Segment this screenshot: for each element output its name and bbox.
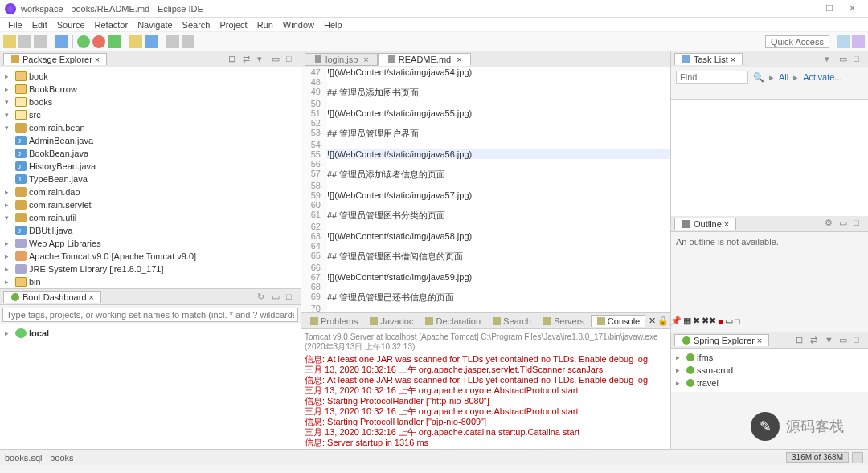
tree-node[interactable]: ▸BookBorrow	[3, 83, 297, 96]
console-output[interactable]: Tomcat v9.0 Server at localhost [Apache …	[301, 329, 670, 449]
console-lock-icon[interactable]: 🔒	[657, 316, 669, 326]
new-package-icon[interactable]	[129, 35, 142, 48]
menu-navigate[interactable]: Navigate	[133, 20, 177, 30]
view-menu-icon[interactable]: ▾	[257, 54, 268, 65]
editor-line[interactable]: 69## 管理员管理已还书信息的页面	[301, 292, 670, 304]
editor-line[interactable]: 50	[301, 99, 670, 108]
refresh-icon[interactable]: ↻	[257, 292, 268, 303]
tree-node[interactable]: ▾books	[3, 96, 297, 108]
tab-servers[interactable]: Servers	[538, 316, 589, 327]
tree-node[interactable]: ▸book	[3, 70, 297, 83]
tab-javadoc[interactable]: Javadoc	[364, 316, 418, 327]
editor-line[interactable]: 49## 管理员添加图书页面	[301, 87, 670, 99]
collapse-all-icon[interactable]: ⊟	[228, 54, 240, 65]
menu-window[interactable]: Window	[278, 20, 319, 30]
maximize-button[interactable]: ☐	[818, 2, 841, 16]
editor-line[interactable]: 47![](WebContent/static/img/java54.jpg)	[301, 67, 670, 77]
menu-refactor[interactable]: Refactor	[90, 20, 133, 30]
link-editor-icon[interactable]: ⇄	[243, 54, 254, 65]
editor-line[interactable]: 57## 管理员添加读者信息的页面	[301, 169, 670, 181]
filter-icon[interactable]: ▼	[825, 335, 836, 346]
collapse-all-icon[interactable]: ⊟	[796, 335, 807, 346]
maximize-view-icon[interactable]: □	[854, 218, 865, 229]
tab-console[interactable]: Console	[591, 315, 645, 327]
minimize-view-icon[interactable]: ▭	[272, 292, 283, 303]
editor-line[interactable]: 61## 管理员管理图书分类的页面	[301, 210, 670, 222]
toggle-icon[interactable]	[182, 35, 194, 48]
perspective-java-icon[interactable]	[837, 35, 850, 48]
close-tab-icon[interactable]: ×	[724, 219, 729, 229]
task-list-tab[interactable]: Task List ×	[674, 53, 743, 65]
boot-dashboard-search[interactable]	[2, 308, 298, 322]
tree-node[interactable]: ▸com.rain.dao	[3, 186, 297, 198]
spring-explorer-tab[interactable]: Spring Explorer ×	[674, 334, 769, 346]
save-icon[interactable]	[18, 35, 31, 48]
minimize-button[interactable]: —	[796, 2, 818, 16]
maximize-view-icon[interactable]: □	[854, 54, 865, 65]
quick-access[interactable]: Quick Access	[765, 35, 829, 48]
minimize-view-icon[interactable]: ▭	[839, 54, 850, 65]
editor-line[interactable]: 55![](WebContent/static/img/java56.jpg)	[301, 149, 670, 159]
editor-tab[interactable]: README.md×	[378, 53, 471, 66]
editor-line[interactable]: 48	[301, 77, 670, 87]
editor-line[interactable]: 60	[301, 200, 670, 210]
new-icon[interactable]	[3, 35, 16, 48]
tree-node[interactable]: ▸Apache Tomcat v9.0 [Apache Tomcat v9.0]	[3, 250, 297, 263]
boot-dashboard-tab[interactable]: Boot Dashboard ×	[3, 291, 101, 303]
spring-explorer-tree[interactable]: ▸ifms▸ssm-crud▸travel	[671, 349, 868, 392]
tree-node[interactable]: TypeBean.java	[3, 173, 297, 186]
editor-line[interactable]: 65## 管理员管理图书借阅信息的页面	[301, 251, 670, 263]
close-tab-icon[interactable]: ×	[363, 55, 368, 64]
tree-node[interactable]: AdminBean.java	[3, 134, 297, 147]
task-all-link[interactable]: All	[779, 72, 788, 82]
editor-line[interactable]: 66	[301, 263, 670, 272]
tree-node[interactable]: ▸bin	[3, 275, 297, 288]
tree-node[interactable]: ▸JRE System Library [jre1.8.0_171]	[3, 263, 297, 275]
editor-area[interactable]: 47![](WebContent/static/img/java54.jpg)4…	[301, 67, 670, 312]
package-explorer-tab[interactable]: Package Explorer ×	[3, 53, 107, 65]
menu-source[interactable]: Source	[52, 20, 90, 30]
stop-icon[interactable]	[92, 35, 105, 48]
minimize-view-icon[interactable]: ▭	[839, 335, 850, 346]
editor-line[interactable]: 63![](WebContent/static/img/java58.jpg)	[301, 231, 670, 241]
editor-line[interactable]: 52	[301, 118, 670, 128]
save-all-icon[interactable]	[34, 35, 47, 48]
minimize-view-icon[interactable]: ▭	[839, 218, 850, 229]
close-tab-icon[interactable]: ×	[731, 55, 735, 64]
gc-icon[interactable]	[852, 452, 863, 463]
boot-dashboard-tree[interactable]: ▸ local	[0, 324, 301, 449]
tree-node[interactable]: ▾com.rain.util	[3, 211, 297, 224]
search-icon[interactable]	[166, 35, 179, 48]
new-class-icon[interactable]	[145, 35, 158, 48]
editor-line[interactable]: 70	[301, 304, 670, 312]
close-tab-icon[interactable]: ×	[89, 292, 94, 302]
maximize-view-icon[interactable]: □	[286, 292, 297, 303]
debug-icon[interactable]	[108, 35, 121, 48]
perspective-debug-icon[interactable]	[852, 35, 865, 48]
menu-run[interactable]: Run	[252, 20, 278, 30]
editor-line[interactable]: 62	[301, 222, 670, 231]
task-find-input[interactable]	[676, 71, 748, 84]
editor-line[interactable]: 59![](WebContent/static/img/java57.jpg)	[301, 190, 670, 200]
maximize-view-icon[interactable]: □	[286, 54, 297, 65]
tree-node[interactable]: ▸Web App Libraries	[3, 237, 297, 250]
editor-line[interactable]: 56	[301, 159, 670, 169]
editor-line[interactable]: 54	[301, 140, 670, 149]
menu-edit[interactable]: Edit	[27, 20, 52, 30]
outline-tab[interactable]: Outline ×	[674, 218, 736, 230]
outline-menu-icon[interactable]: ⚙	[825, 218, 836, 229]
editor-line[interactable]: 51![](WebContent/static/img/java55.jpg)	[301, 108, 670, 118]
spring-node[interactable]: ▸ifms	[674, 351, 865, 364]
tree-node[interactable]: BookBean.java	[3, 147, 297, 160]
tree-node[interactable]: ▸com.rain.servlet	[3, 198, 297, 211]
search-icon[interactable]: 🔍	[753, 72, 764, 83]
minimize-view-icon[interactable]: ▭	[272, 54, 283, 65]
editor-line[interactable]: 58	[301, 181, 670, 190]
editor-line[interactable]: 64	[301, 241, 670, 251]
close-tab-icon[interactable]: ×	[95, 55, 100, 64]
link-icon[interactable]: ⇄	[810, 335, 821, 346]
tab-declaration[interactable]: Declaration	[420, 316, 485, 327]
menu-search[interactable]: Search	[178, 20, 215, 30]
editor-line[interactable]: 53## 管理员管理用户界面	[301, 128, 670, 140]
close-button[interactable]: ✕	[841, 2, 863, 16]
